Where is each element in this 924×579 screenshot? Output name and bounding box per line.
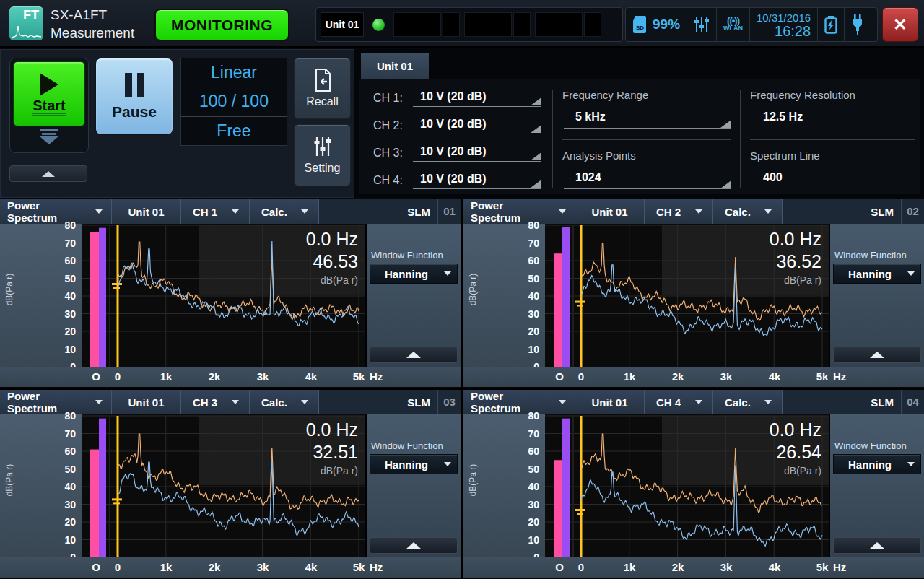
frequency-resolution-label: Frequency Resolution xyxy=(750,89,855,101)
channel-label: CH 4: xyxy=(373,174,413,187)
drop-down-arrow-icon[interactable] xyxy=(10,129,88,144)
channel-range-dropdown[interactable]: 10 V (20 dB) xyxy=(413,145,541,162)
x-tick-label: 3k xyxy=(720,370,733,383)
measurement-mode-box[interactable]: Linear 100 / 100 Free xyxy=(180,58,287,146)
panel-sidebar: Window Function Hanning xyxy=(830,414,924,557)
calc-selector[interactable]: Calc. xyxy=(713,390,783,414)
channel-range-dropdown[interactable]: 10 V (20 dB) xyxy=(413,118,541,134)
datetime-display: 10/31/2016 16:28 xyxy=(750,8,818,41)
pause-button[interactable]: Pause xyxy=(95,58,173,135)
y-tick-label: 30 xyxy=(510,499,539,510)
divider xyxy=(740,90,741,188)
channel-selector[interactable]: CH 1 xyxy=(181,199,250,224)
channel-selector[interactable]: CH 2 xyxy=(645,199,713,224)
start-button-group: Start xyxy=(9,58,89,153)
panel-body: dB(Pa r) 01020304050607080 0.0 Hz 46.53 … xyxy=(0,224,461,367)
cursor-level: 36.52 xyxy=(770,250,821,273)
unit-selector[interactable]: Unit 01 xyxy=(112,199,181,224)
panel-sidebar: Window Function Hanning xyxy=(367,414,461,557)
wlan-icon: ((•)) WLAN xyxy=(723,17,743,32)
monitoring-status-button[interactable]: MONITORING xyxy=(154,9,289,41)
y-axis-unit-label: dB(Pa r) xyxy=(4,451,14,509)
channel-selector[interactable]: CH 3 xyxy=(181,390,250,414)
app-screen: FT SX-A1FT Measurement MONITORING Unit 0… xyxy=(0,0,924,579)
channel-range-dropdown[interactable]: 10 V (20 dB) xyxy=(413,90,541,107)
dropdown-corner-icon xyxy=(720,180,731,188)
spectrum-plot[interactable]: 0.0 Hz 36.52 dB(Pa r) xyxy=(545,224,829,367)
calc-selector[interactable]: Calc. xyxy=(713,199,783,224)
chevron-down-icon xyxy=(907,271,915,276)
unit-selector[interactable]: Unit 01 xyxy=(575,390,645,414)
close-button[interactable]: ✕ xyxy=(882,7,918,42)
window-function-dropdown[interactable]: Hanning xyxy=(833,264,921,284)
panel-collapse-button[interactable] xyxy=(833,347,921,363)
channel-range-dropdown[interactable]: 10 V (20 dB) xyxy=(413,173,541,189)
unit-selector[interactable]: Unit 01 xyxy=(575,199,645,224)
y-tick-label: 60 xyxy=(510,445,539,457)
y-tick-label: 60 xyxy=(47,445,76,457)
x-tick-label: 1k xyxy=(624,370,636,383)
pause-icon xyxy=(125,73,144,97)
y-tick-label: 10 xyxy=(510,344,539,355)
x-tick-label: 5k xyxy=(353,370,365,383)
start-button[interactable]: Start xyxy=(13,61,85,126)
window-function-label: Window Function xyxy=(834,440,907,451)
unit-selector[interactable]: Unit 01 xyxy=(112,390,181,414)
cursor-unit: dB(Pa r) xyxy=(306,273,358,287)
panel-collapse-button[interactable] xyxy=(370,347,458,363)
up-triangle-icon xyxy=(42,171,55,177)
time-text: 16:28 xyxy=(775,25,811,38)
spectrum-panel: Power Spectrum Unit 01 CH 1 Calc. SLM01 … xyxy=(0,199,461,388)
chevron-down-icon xyxy=(444,271,451,276)
unit-01-tab[interactable]: Unit 01 xyxy=(361,53,429,79)
setting-button[interactable]: Setting xyxy=(294,124,351,186)
y-tick-label: 20 xyxy=(47,326,76,337)
y-tick-label: 10 xyxy=(510,534,539,546)
panel-collapse-button[interactable] xyxy=(833,537,921,554)
x-axis: O01k2k3k4k5kHz xyxy=(463,367,924,387)
channel-row: CH 2:10 V (20 dB) xyxy=(373,115,541,136)
x-tick-label: 3k xyxy=(257,370,269,383)
calc-selector[interactable]: Calc. xyxy=(250,199,319,224)
logo-spectrum-glyph xyxy=(11,25,42,39)
y-tick-label: 70 xyxy=(47,428,76,440)
unit-01-led-icon xyxy=(372,19,385,31)
controls-collapse-button[interactable] xyxy=(9,165,87,182)
x-tick-label: 3k xyxy=(720,561,733,573)
x-tick-label: 0 xyxy=(578,561,584,573)
panel-number: 02 xyxy=(901,199,924,224)
frequency-range-value[interactable]: 5 kHz xyxy=(575,110,606,123)
cursor-level: 26.54 xyxy=(770,440,821,463)
spectrum-plot[interactable]: 0.0 Hz 26.54 dB(Pa r) xyxy=(545,414,829,557)
app-title: SX-A1FT Measurement xyxy=(51,6,134,42)
chevron-down-icon xyxy=(907,462,915,466)
spectrum-plot[interactable]: 0.0 Hz 32.51 dB(Pa r) xyxy=(82,414,365,557)
panel-number: 04 xyxy=(901,390,924,414)
status-icon-strip: SD 99% ((•)) WLAN 10/31/2016 16:28 xyxy=(625,7,878,42)
calc-selector[interactable]: Calc. xyxy=(250,390,319,414)
y-axis-unit-label: dB(Pa r) xyxy=(4,261,14,318)
window-function-dropdown[interactable]: Hanning xyxy=(370,454,458,474)
x-tick-label: 2k xyxy=(209,370,221,383)
channel-selector[interactable]: CH 4 xyxy=(645,390,713,414)
unit-01-indicator[interactable]: Unit 01 xyxy=(321,12,364,37)
panel-body: dB(Pa r) 01020304050607080 0.0 Hz 36.52 … xyxy=(463,224,924,367)
empty-unit-slot xyxy=(535,12,601,37)
chevron-down-icon xyxy=(559,209,566,214)
sd-card-icon: SD xyxy=(632,15,648,34)
cursor-level: 32.51 xyxy=(306,440,358,463)
cursor-readout: 0.0 Hz 32.51 dB(Pa r) xyxy=(306,419,358,478)
y-tick-label: 20 xyxy=(510,326,539,337)
analysis-points-value[interactable]: 1024 xyxy=(575,171,601,184)
window-function-dropdown[interactable]: Hanning xyxy=(833,454,921,474)
wlan-status: ((•)) WLAN xyxy=(717,8,750,41)
panel-collapse-button[interactable] xyxy=(370,537,458,554)
channel-row: CH 3:10 V (20 dB) xyxy=(373,142,541,164)
window-function-dropdown[interactable]: Hanning xyxy=(370,264,458,284)
spectrum-panel: Power Spectrum Unit 01 CH 3 Calc. SLM03 … xyxy=(0,390,461,579)
recall-button[interactable]: Recall xyxy=(294,58,351,119)
chevron-down-icon xyxy=(301,209,308,214)
y-tick-label: 10 xyxy=(47,344,76,355)
spectrum-plot[interactable]: 0.0 Hz 46.53 dB(Pa r) xyxy=(82,224,365,367)
panel-number: 03 xyxy=(437,390,461,414)
